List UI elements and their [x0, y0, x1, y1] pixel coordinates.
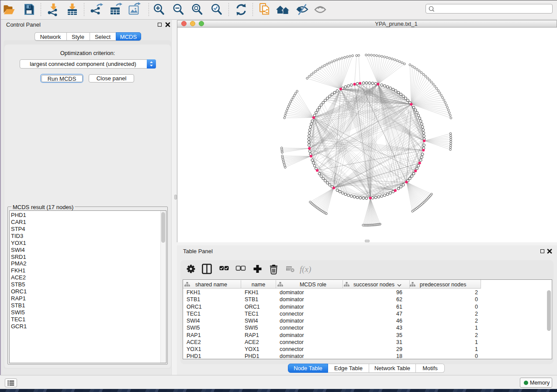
svg-text:f(x): f(x) — [300, 265, 311, 274]
